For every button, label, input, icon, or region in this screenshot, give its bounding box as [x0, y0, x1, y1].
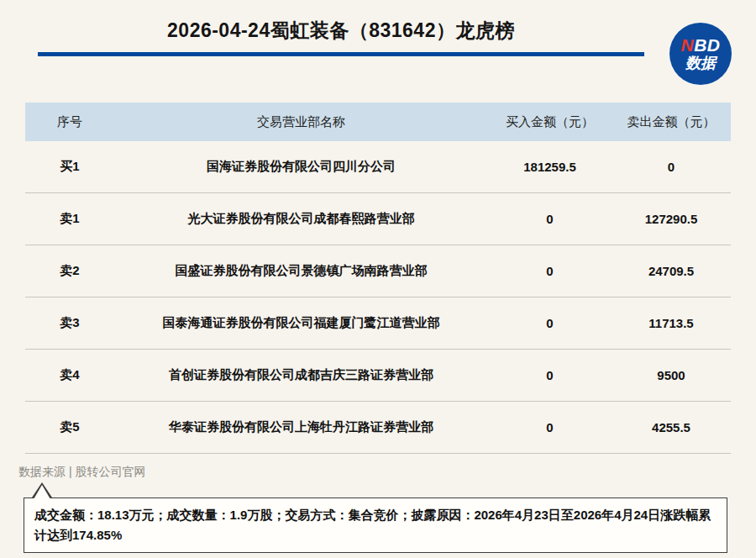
report-card: 2026-04-24蜀虹装备（831642）龙虎榜 NBD 数据 序号 交易营业… [0, 0, 756, 558]
table-header-row: 序号 交易营业部名称 买入金额（元） 卖出金额（元） [25, 103, 731, 141]
table-row: 卖1 光大证券股份有限公司成都春熙路营业部 0 127290.5 [25, 193, 731, 245]
nbd-logo-letters-bd: BD [694, 35, 720, 55]
cell-broker-name: 华泰证券股份有限公司上海牡丹江路证券营业部 [114, 419, 488, 435]
column-header-broker-name: 交易营业部名称 [114, 114, 488, 130]
cell-broker-name: 国海证券股份有限公司四川分公司 [114, 159, 488, 175]
nbd-logo-letter-n: N [680, 35, 694, 55]
nbd-logo-subtext: 数据 [685, 55, 716, 71]
summary-note: 成交金额：18.13万元；成交数量：1.9万股；交易方式：集合竞价；披露原因：2… [34, 508, 711, 542]
cell-rank: 卖5 [25, 419, 114, 435]
cell-buy-amount: 0 [488, 316, 612, 330]
nbd-logo-text: NBD [680, 36, 720, 55]
cell-broker-name: 首创证券股份有限公司成都吉庆三路证券营业部 [114, 367, 488, 383]
table-row: 卖5 华泰证券股份有限公司上海牡丹江路证券营业部 0 4255.5 [25, 402, 731, 454]
table-row: 卖4 首创证券股份有限公司成都吉庆三路证券营业部 0 9500 [25, 350, 731, 402]
cell-broker-name: 国盛证券股份有限公司景德镇广场南路营业部 [114, 263, 488, 279]
table-row: 卖2 国盛证券股份有限公司景德镇广场南路营业部 0 24709.5 [25, 245, 731, 297]
cell-sell-amount: 9500 [612, 368, 731, 382]
cell-broker-name: 国泰海通证券股份有限公司福建厦门鹭江道营业部 [114, 315, 488, 331]
cell-sell-amount: 0 [612, 160, 731, 174]
broker-table: 序号 交易营业部名称 买入金额（元） 卖出金额（元） 买1 国海证券股份有限公司… [25, 103, 731, 454]
nbd-logo: NBD 数据 [669, 23, 732, 85]
page-title: 2026-04-24蜀虹装备（831642）龙虎榜 [38, 18, 644, 42]
data-source-label: 数据来源 | 股转公司官网 [18, 465, 145, 480]
cell-broker-name: 光大证券股份有限公司成都春熙路营业部 [114, 211, 488, 227]
cell-buy-amount: 0 [488, 264, 612, 278]
cell-sell-amount: 11713.5 [612, 316, 731, 330]
cell-buy-amount: 181259.5 [488, 160, 612, 174]
cell-buy-amount: 0 [488, 212, 612, 226]
column-header-buy-amount: 买入金额（元） [488, 114, 612, 130]
table-row: 买1 国海证券股份有限公司四川分公司 181259.5 0 [25, 141, 731, 193]
title-underline [38, 52, 644, 56]
column-header-sell-amount: 卖出金额（元） [612, 114, 731, 130]
cell-rank: 卖1 [25, 211, 114, 227]
table-row: 卖3 国泰海通证券股份有限公司福建厦门鹭江道营业部 0 11713.5 [25, 297, 731, 350]
cell-rank: 卖4 [25, 367, 114, 383]
cell-sell-amount: 24709.5 [612, 264, 731, 278]
column-header-rank: 序号 [25, 114, 114, 130]
cell-rank: 买1 [25, 159, 114, 175]
callout-pointer-fill [34, 485, 50, 499]
summary-callout: 成交金额：18.13万元；成交数量：1.9万股；交易方式：集合竞价；披露原因：2… [24, 497, 727, 553]
cell-rank: 卖3 [25, 315, 114, 331]
cell-buy-amount: 0 [488, 368, 612, 382]
cell-buy-amount: 0 [488, 420, 612, 434]
cell-sell-amount: 127290.5 [612, 212, 731, 226]
cell-sell-amount: 4255.5 [612, 420, 731, 434]
cell-rank: 卖2 [25, 263, 114, 279]
